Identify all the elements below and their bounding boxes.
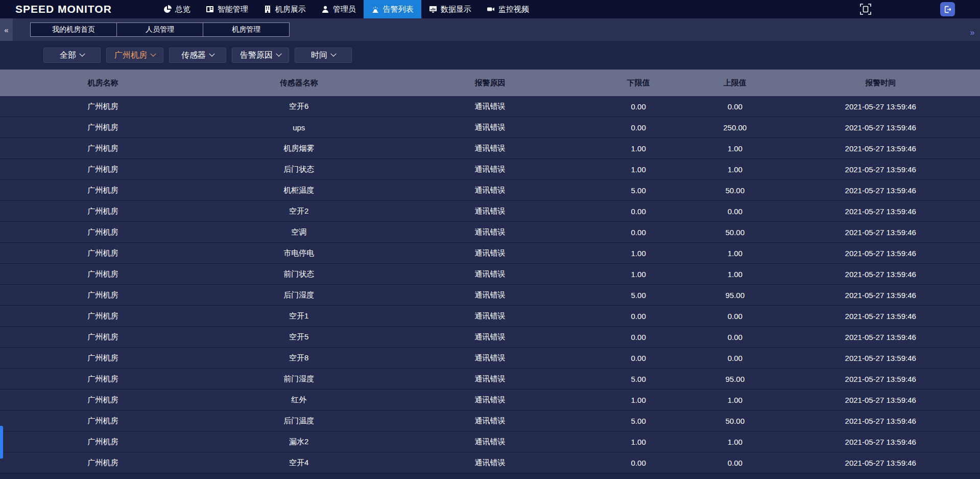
chevron-down-icon [209, 51, 214, 57]
nav-item-overview[interactable]: 总览 [156, 0, 198, 18]
table-row: 广州机房前门状态通讯错误1.001.002021-05-27 13:59:46 [0, 264, 980, 285]
table-cell: 5.00 [588, 375, 689, 383]
nav-item-administrator[interactable]: 管理员 [314, 0, 364, 18]
nav-item-label: 智能管理 [218, 5, 248, 14]
table-cell: 后门状态 [206, 165, 392, 174]
nav-item-room-display[interactable]: 机房展示 [256, 0, 314, 18]
tab-label: 机房管理 [232, 25, 260, 34]
table-row: 广州机房空开6通讯错误0.000.002021-05-27 13:59:46 [0, 96, 980, 117]
camera-icon [487, 5, 495, 13]
table-cell: 前门状态 [206, 269, 392, 279]
tab-my-room-home[interactable]: 我的机房首页 [30, 22, 117, 37]
table-cell: 5.00 [588, 417, 689, 425]
table-row: 广州机房后门状态通讯错误1.001.002021-05-27 13:59:46 [0, 159, 980, 180]
column-header: 报警原因 [392, 78, 588, 88]
table-cell: 50.00 [689, 228, 781, 237]
table-cell: 2021-05-27 13:59:46 [781, 102, 980, 111]
table-cell: 2021-05-27 13:59:46 [781, 123, 980, 132]
table-cell: 2021-05-27 13:59:46 [781, 228, 980, 237]
table-cell: 1.00 [588, 249, 689, 258]
logout-button[interactable] [940, 2, 955, 16]
table-cell: 广州机房 [0, 165, 206, 174]
table-cell: 2021-05-27 13:59:46 [781, 291, 980, 300]
table-cell: 2021-05-27 13:59:46 [781, 333, 980, 341]
table-cell: 通讯错误 [392, 458, 588, 468]
table-cell: 0.00 [588, 102, 689, 111]
table-cell: 250.00 [689, 123, 781, 132]
main-menu: 总览智能管理机房展示管理员告警列表数据显示监控视频 [156, 0, 537, 18]
filter-label: 告警原因 [240, 50, 273, 61]
table-cell: 广州机房 [0, 311, 206, 321]
table-cell: 广州机房 [0, 269, 206, 279]
table-cell: 5.00 [588, 291, 689, 300]
column-header: 报警时间 [781, 78, 980, 88]
table-cell: 0.00 [689, 354, 781, 362]
filter-dropdown-alarm-reason[interactable]: 告警原因 [232, 48, 289, 63]
table-cell: 漏水2 [206, 437, 392, 447]
column-header: 传感器名称 [206, 78, 392, 88]
table-cell: 后门湿度 [206, 290, 392, 300]
table-row: 广州机房前门湿度通讯错误5.0095.002021-05-27 13:59:46 [0, 369, 980, 390]
table-cell: 广州机房 [0, 437, 206, 447]
table-cell: 2021-05-27 13:59:46 [781, 270, 980, 279]
filter-dropdown-time[interactable]: 时间 [295, 48, 352, 63]
nav-item-label: 数据显示 [441, 5, 471, 14]
fullscreen-icon[interactable] [860, 4, 871, 15]
chevron-down-icon [330, 51, 336, 57]
table-cell: 0.00 [689, 102, 781, 111]
smart-management-icon [206, 5, 214, 13]
table-cell: 机房烟雾 [206, 144, 392, 153]
filter-dropdown-room[interactable]: 广州机房 [106, 48, 163, 63]
table-row: 广州机房机柜温度通讯错误5.0050.002021-05-27 13:59:46 [0, 180, 980, 201]
collapse-left-button[interactable]: « [0, 18, 13, 41]
logout-icon [943, 5, 952, 14]
table-cell: 广州机房 [0, 332, 206, 342]
table-cell: 50.00 [689, 417, 781, 425]
table-cell: 广州机房 [0, 374, 206, 384]
table-cell: 空调 [206, 227, 392, 237]
table-cell: 2021-05-27 13:59:46 [781, 249, 980, 258]
table-cell: 通讯错误 [392, 395, 588, 405]
alarm-table: 机房名称传感器名称报警原因下限值上限值报警时间 广州机房空开6通讯错误0.000… [0, 70, 980, 473]
table-cell: 2021-05-27 13:59:46 [781, 354, 980, 362]
table-row: 广州机房市电停电通讯错误1.001.002021-05-27 13:59:46 [0, 243, 980, 264]
table-cell: 1.00 [689, 249, 781, 258]
table-cell: 1.00 [588, 438, 689, 446]
nav-item-label: 总览 [175, 5, 190, 14]
user-icon [321, 5, 329, 13]
app-logo: SPEED MONITOR [15, 3, 112, 15]
table-cell: 通讯错误 [392, 102, 588, 111]
filter-label: 时间 [311, 50, 327, 61]
nav-item-data-display[interactable]: 数据显示 [421, 0, 479, 18]
topnav-right [847, 0, 980, 18]
table-cell: 0.00 [588, 312, 689, 321]
table-cell: 市电停电 [206, 248, 392, 258]
table-row: 广州机房空开1通讯错误0.000.002021-05-27 13:59:46 [0, 306, 980, 327]
table-cell: 通讯错误 [392, 416, 588, 426]
table-cell: 2021-05-27 13:59:46 [781, 417, 980, 425]
nav-item-label: 机房展示 [275, 5, 306, 14]
filter-dropdown-sensor[interactable]: 传感器 [169, 48, 226, 63]
table-cell: 1.00 [588, 165, 689, 174]
table-cell: 空开8 [206, 353, 392, 363]
content-area: 全部广州机房传感器告警原因时间 机房名称传感器名称报警原因下限值上限值报警时间 … [0, 41, 980, 473]
tab-room-management[interactable]: 机房管理 [203, 22, 290, 37]
nav-item-alarm-list[interactable]: 告警列表 [364, 0, 421, 18]
left-drawer-handle[interactable] [0, 426, 3, 459]
table-cell: 0.00 [588, 123, 689, 132]
table-row: 广州机房后门湿度通讯错误5.0095.002021-05-27 13:59:46 [0, 285, 980, 306]
tab-staff-management[interactable]: 人员管理 [116, 22, 203, 37]
table-cell: 空开2 [206, 207, 392, 216]
table-cell: 2021-05-27 13:59:46 [781, 186, 980, 195]
collapse-right-button[interactable]: » [967, 27, 978, 39]
table-cell: 通讯错误 [392, 186, 588, 195]
nav-item-smart-management[interactable]: 智能管理 [198, 0, 256, 18]
table-cell: 0.00 [689, 207, 781, 216]
nav-item-video-monitor[interactable]: 监控视频 [479, 0, 537, 18]
table-cell: 通讯错误 [392, 290, 588, 300]
table-row: 广州机房机房烟雾通讯错误1.001.002021-05-27 13:59:46 [0, 138, 980, 159]
table-header-row: 机房名称传感器名称报警原因下限值上限值报警时间 [0, 70, 980, 96]
table-cell: 广州机房 [0, 248, 206, 258]
filter-dropdown-all[interactable]: 全部 [43, 48, 101, 63]
table-cell: 2021-05-27 13:59:46 [781, 438, 980, 446]
